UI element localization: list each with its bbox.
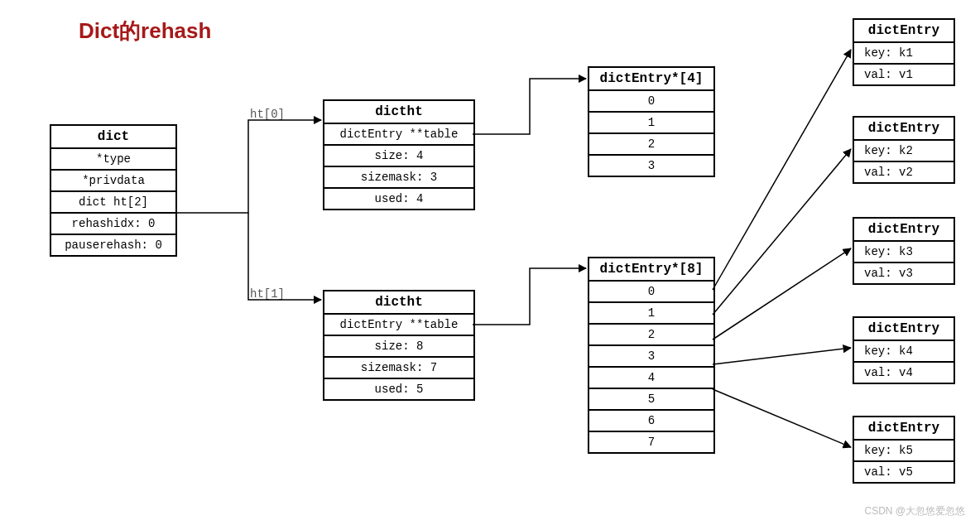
connector-lines xyxy=(0,0,980,525)
dict-ht: dict ht[2] xyxy=(51,192,175,214)
dictentry-val: val: v5 xyxy=(854,462,954,482)
array8-slot: 3 xyxy=(589,346,713,368)
dictentry-header: dictEntry xyxy=(854,118,954,141)
dict-pauserehash: pauserehash: 0 xyxy=(51,235,175,255)
dictentry-val: val: v1 xyxy=(854,65,954,84)
dictentry-key: key: k5 xyxy=(854,441,954,462)
array8-slot: 1 xyxy=(589,303,713,325)
array4-slot: 2 xyxy=(589,134,713,156)
dictentry-node: dictEntry key: k3 val: v3 xyxy=(853,217,955,285)
dictht0-sizemask: sizemask: 3 xyxy=(324,167,473,189)
array8-slot: 5 xyxy=(589,389,713,411)
array4-slot: 3 xyxy=(589,156,713,176)
dictentry-val: val: v2 xyxy=(854,162,954,182)
array4-header: dictEntry*[4] xyxy=(589,68,713,91)
svg-line-3 xyxy=(713,348,851,364)
array4-slot: 1 xyxy=(589,113,713,134)
ht0-label: ht[0] xyxy=(250,108,285,121)
dictentry-node: dictEntry key: k2 val: v2 xyxy=(853,116,955,184)
dictht1-struct: dictht dictEntry **table size: 8 sizemas… xyxy=(323,290,475,401)
dictht0-size: size: 4 xyxy=(324,146,473,167)
dictentry-key: key: k2 xyxy=(854,141,954,162)
dictht0-header: dictht xyxy=(324,101,473,124)
dictht1-size: size: 8 xyxy=(324,336,473,358)
dictentry-header: dictEntry xyxy=(854,318,954,341)
array8-slot: 7 xyxy=(589,432,713,452)
dict-struct: dict *type *privdata dict ht[2] rehashid… xyxy=(50,124,177,257)
svg-line-1 xyxy=(713,149,851,315)
array8-header: dictEntry*[8] xyxy=(589,258,713,282)
array4-struct: dictEntry*[4] 0 1 2 3 xyxy=(588,66,715,177)
dict-privdata: *privdata xyxy=(51,171,175,192)
dictentry-key: key: k1 xyxy=(854,43,954,65)
dictentry-key: key: k3 xyxy=(854,242,954,263)
svg-line-2 xyxy=(713,248,851,340)
dictht1-header: dictht xyxy=(324,291,473,315)
diagram-title: Dict的rehash xyxy=(79,17,211,46)
dictht1-sizemask: sizemask: 7 xyxy=(324,358,473,379)
dictentry-node: dictEntry key: k4 val: v4 xyxy=(853,316,955,384)
array8-slot: 4 xyxy=(589,368,713,389)
array4-slot: 0 xyxy=(589,91,713,113)
dictentry-node: dictEntry key: k5 val: v5 xyxy=(853,416,955,484)
dict-type: *type xyxy=(51,149,175,171)
array8-slot: 6 xyxy=(589,411,713,432)
watermark: CSDN @大忽悠爱忽悠 xyxy=(864,504,965,518)
dictht1-table: dictEntry **table xyxy=(324,315,473,336)
svg-line-4 xyxy=(713,389,851,447)
array8-slot: 2 xyxy=(589,325,713,346)
dictht1-used: used: 5 xyxy=(324,379,473,399)
dictht0-used: used: 4 xyxy=(324,189,473,209)
dict-header: dict xyxy=(51,126,175,149)
dictentry-header: dictEntry xyxy=(854,219,954,242)
dictentry-val: val: v3 xyxy=(854,263,954,283)
dictht0-table: dictEntry **table xyxy=(324,124,473,146)
svg-line-0 xyxy=(713,50,851,290)
dictentry-val: val: v4 xyxy=(854,363,954,383)
dictentry-key: key: k4 xyxy=(854,341,954,363)
array8-slot: 0 xyxy=(589,282,713,303)
ht1-label: ht[1] xyxy=(250,287,285,301)
array8-struct: dictEntry*[8] 0 1 2 3 4 5 6 7 xyxy=(588,257,715,454)
dictentry-header: dictEntry xyxy=(854,417,954,441)
dictentry-node: dictEntry key: k1 val: v1 xyxy=(853,18,955,86)
dictht0-struct: dictht dictEntry **table size: 4 sizemas… xyxy=(323,99,475,210)
dict-rehashidx: rehashidx: 0 xyxy=(51,214,175,235)
dictentry-header: dictEntry xyxy=(854,20,954,43)
